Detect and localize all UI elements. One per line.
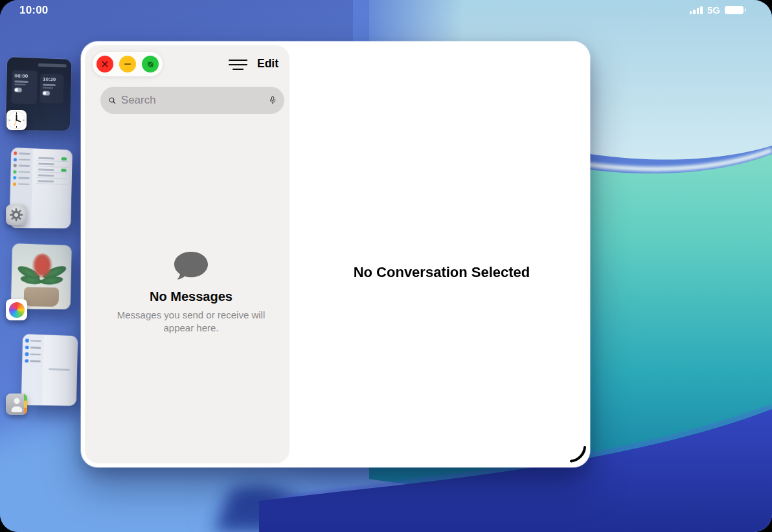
- network-type-label: 5G: [707, 5, 720, 16]
- alarm-card: 08:00: [12, 70, 38, 104]
- magnifier-icon: [109, 95, 116, 106]
- alarm-card: 10:20: [40, 74, 63, 104]
- window-resize-handle[interactable]: [563, 439, 589, 465]
- filter-messages-button[interactable]: [227, 56, 248, 74]
- ipad-screen: 10:00 5G 08:00 10:20: [0, 0, 772, 532]
- messages-app-window: Edit No Messages: [81, 41, 590, 467]
- status-bar: 10:00 5G: [0, 0, 772, 19]
- battery-icon: [725, 6, 744, 15]
- speech-bubble-icon: [173, 251, 209, 281]
- search-bar[interactable]: [100, 87, 284, 114]
- alarm-time: 10:20: [43, 76, 62, 83]
- no-messages-subtitle: Messages you send or receive will appear…: [113, 309, 269, 335]
- recent-app-contacts-thumbnail[interactable]: [21, 334, 78, 406]
- close-window-button[interactable]: [96, 56, 113, 72]
- alarm-time: 08:00: [14, 72, 34, 79]
- status-time: 10:00: [19, 4, 48, 17]
- settings-app-icon[interactable]: [6, 205, 27, 225]
- conversation-detail-pane: No Conversation Selected: [293, 41, 590, 467]
- edit-button[interactable]: Edit: [257, 57, 278, 71]
- no-messages-title: No Messages: [89, 289, 293, 304]
- microphone-icon[interactable]: [269, 94, 276, 107]
- contacts-app-icon[interactable]: [6, 393, 27, 415]
- minimize-window-button[interactable]: [119, 56, 136, 72]
- no-messages-empty-state: No Messages Messages you send or receive…: [89, 251, 293, 335]
- search-input[interactable]: [121, 94, 264, 107]
- fullscreen-window-button[interactable]: [142, 56, 159, 72]
- clock-segmented-control: [38, 63, 67, 68]
- conversation-list-pane: Edit No Messages: [85, 45, 290, 463]
- window-traffic-lights: [93, 52, 163, 76]
- photos-app-icon[interactable]: [6, 299, 27, 320]
- clock-app-icon[interactable]: [6, 110, 27, 130]
- no-conversation-selected-title: No Conversation Selected: [293, 264, 590, 281]
- signal-bars-icon: [690, 6, 703, 14]
